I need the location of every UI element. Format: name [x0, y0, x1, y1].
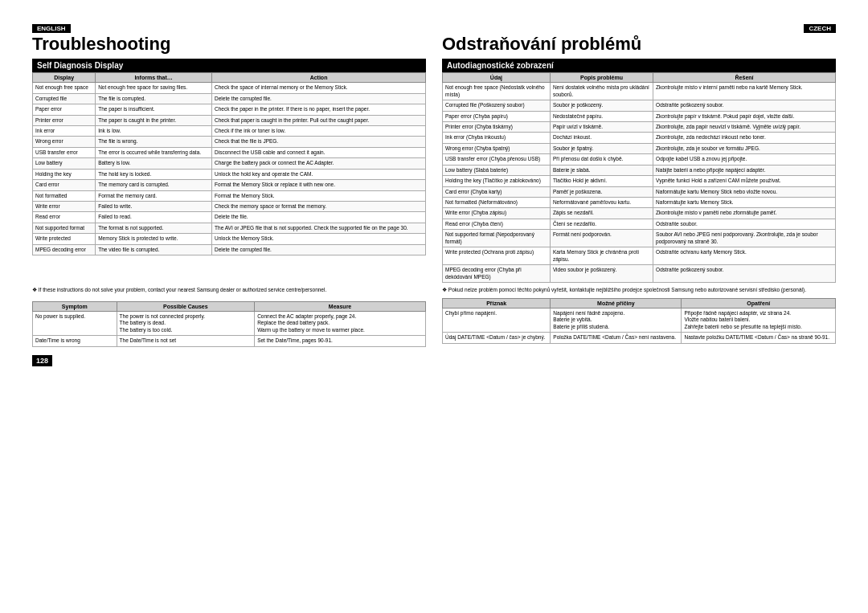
- lang-badge-czech: CZECH: [804, 24, 836, 33]
- table-cell: Date/Time is wrong: [33, 336, 117, 346]
- table-cell: Not enough free space (Nedostatk volného…: [443, 83, 551, 100]
- table-cell: Memory Stick is protected to write.: [96, 234, 212, 244]
- table-cell: MPEG decoding error: [33, 244, 96, 255]
- table-cell: Zkontrolujte místo v paměti nebo zformát…: [653, 208, 836, 219]
- table-cell: Paper error (Chyba papíru): [443, 111, 551, 121]
- table-cell: Naformátujte kartu Memory Stick nebo vlo…: [653, 186, 836, 197]
- table-cell: Check if the ink or toner is low.: [212, 125, 426, 136]
- table-cell: Položka DATE/TIME <Datum / Čas> není nas…: [551, 333, 682, 343]
- table-cell: The error is occurred while transferring…: [96, 147, 212, 157]
- table-cell: Not formatted (Neformátováno): [443, 198, 551, 208]
- table-cell: Formát není podporován.: [550, 230, 653, 247]
- table-cell: Disconnect the USB cable and connect it …: [212, 147, 426, 157]
- page-number: 128: [32, 355, 52, 366]
- table-cell: Set the Date/Time, pages 90-91.: [255, 336, 426, 346]
- right-bottom-table: Příznak Možné příčiny Opatření Chybí pří…: [442, 298, 836, 344]
- table-cell: Paper error: [33, 104, 96, 115]
- table-cell: The AVI or JPEG file that is not support…: [212, 223, 426, 233]
- page: ENGLISH Troubleshooting Self Diagnosis D…: [0, 0, 868, 382]
- table-cell: Check the paper in the printer. If there…: [212, 104, 426, 115]
- col-informs: Informs that…: [96, 73, 212, 83]
- left-subsection: Self Diagnosis Display: [32, 59, 426, 72]
- table-cell: Printer error: [33, 115, 96, 125]
- table-cell: Not enough free space: [33, 83, 96, 93]
- table-cell: Format the Memory Stick.: [212, 190, 426, 201]
- table-cell: Odstraňte poškozený soubor.: [653, 100, 836, 111]
- table-cell: Check that the file is JPEG.: [212, 137, 426, 147]
- right-panel: CZECH Odstraňování problémů Autodiagnost…: [442, 24, 836, 283]
- table-cell: Zkontrolujte, zda papír neuvízl v tiskár…: [653, 121, 836, 132]
- table-cell: Ink is low.: [96, 125, 212, 136]
- table-cell: Soubor AVI nebo JPEG není podporovaný. Z…: [653, 230, 836, 247]
- right-subsection: Autodiagnostické zobrazení: [442, 59, 836, 72]
- table-cell: Dochází inkoust.: [550, 133, 653, 143]
- table-cell: The Date/Time is not set: [117, 336, 255, 346]
- table-cell: No power is supplied.: [33, 312, 117, 336]
- col-action: Action: [212, 73, 426, 83]
- bottom-row: ❖ If these instructions do not solve you…: [32, 286, 836, 366]
- table-cell: Write error (Chyba zápisu): [443, 208, 551, 219]
- table-cell: Format the Memory Stick or replace it wi…: [212, 180, 426, 190]
- table-cell: Napájení není řádně zapojeno. Baterie je…: [551, 309, 682, 333]
- table-cell: Delete the file.: [212, 212, 426, 223]
- table-cell: The memory card is corrupted.: [96, 180, 212, 190]
- table-cell: Naformátujte kartu Memory Stick.: [653, 198, 836, 208]
- top-section: ENGLISH Troubleshooting Self Diagnosis D…: [32, 24, 836, 283]
- table-cell: Failed to read.: [96, 212, 212, 223]
- table-cell: Soubor je špatný.: [550, 143, 653, 153]
- col-udaj: Údaj: [443, 73, 551, 83]
- table-cell: Not supported format (Nepodporovaný form…: [443, 230, 551, 247]
- table-cell: Write error: [33, 202, 96, 212]
- table-cell: Zkontrolujte, zda nedochází inkoust nebo…: [653, 133, 836, 143]
- table-cell: Holding the key (Tlačítko je zablokováno…: [443, 176, 551, 186]
- table-cell: Unlock the Memory Stick.: [212, 234, 426, 244]
- table-cell: Delete the corrupted file.: [212, 244, 426, 255]
- table-cell: Check that paper is caught in the printe…: [212, 115, 426, 125]
- table-cell: Soubor je poškozený.: [550, 100, 653, 111]
- table-cell: The video file is corrupted.: [96, 244, 212, 255]
- table-cell: Unlock the hold key and operate the CAM.: [212, 169, 426, 179]
- table-cell: The format is not supported.: [96, 223, 212, 233]
- bottom-right: ❖ Pokud nelze problém pomocí těchto poky…: [442, 286, 836, 366]
- table-cell: Odpojte kabel USB a znovu jej připojte.: [653, 154, 836, 165]
- table-cell: Karta Memory Stick je chráněna proti záp…: [550, 247, 653, 265]
- table-cell: Holding the key: [33, 169, 96, 179]
- table-cell: Printer error (Chyba tiskárny): [443, 121, 551, 132]
- right-diag-table: Údaj Popis problému Řešení Not enough fr…: [442, 72, 836, 283]
- table-cell: Not supported format: [33, 223, 96, 233]
- left-note: ❖ If these instructions do not solve you…: [32, 286, 426, 293]
- left-diag-table: Display Informs that… Action Not enough …: [32, 72, 426, 255]
- table-cell: Odstraňte poškozený soubor.: [653, 265, 836, 283]
- table-cell: Corrupted file: [33, 93, 96, 104]
- table-cell: Odstraňte ochranu karty Memory Stick.: [653, 247, 836, 265]
- table-cell: Údaj DATE/TIME <Datum / čas> je chybný.: [443, 333, 551, 343]
- btcol-measure: Measure: [255, 302, 426, 312]
- table-cell: Nedostatečné papíru.: [550, 111, 653, 121]
- btcol-opatreni: Opatření: [682, 299, 836, 309]
- table-cell: Odstraňte soubor.: [653, 219, 836, 229]
- table-cell: Corrupted file (Poškozený soubor): [443, 100, 551, 111]
- table-cell: Read error (Chyba čtení): [443, 219, 551, 229]
- table-cell: Check the space of internal memory or th…: [212, 83, 426, 93]
- table-cell: Not enough free space for saving files.: [96, 83, 212, 93]
- table-cell: Zkontrolujte místo v interní paměti nebo…: [653, 83, 836, 100]
- table-cell: Není dostatek volného místa pro ukládání…: [550, 83, 653, 100]
- table-cell: Delete the corrupted file.: [212, 93, 426, 104]
- table-cell: The paper is insufficient.: [96, 104, 212, 115]
- btcol-priznak: Příznak: [443, 299, 551, 309]
- table-cell: Čtení se nezdařilo.: [550, 219, 653, 229]
- table-cell: USB transfer error: [33, 147, 96, 157]
- table-cell: The paper is caught in the printer.: [96, 115, 212, 125]
- left-bottom-table: Symptom Possible Causes Measure No power…: [32, 301, 426, 347]
- col-popis: Popis problému: [550, 73, 653, 83]
- table-cell: Not formatted: [33, 190, 96, 201]
- table-cell: Při přenosu dat došlo k chybě.: [550, 154, 653, 165]
- table-cell: Connect the AC adapter properly, page 24…: [255, 312, 426, 336]
- table-cell: Format the memory card.: [96, 190, 212, 201]
- table-cell: Read error: [33, 212, 96, 223]
- table-cell: Paměť je poškozena.: [550, 186, 653, 197]
- left-title: Troubleshooting: [32, 35, 426, 54]
- table-cell: The file is wrong.: [96, 137, 212, 147]
- col-display: Display: [33, 73, 96, 83]
- lang-badge-english: ENGLISH: [32, 24, 71, 33]
